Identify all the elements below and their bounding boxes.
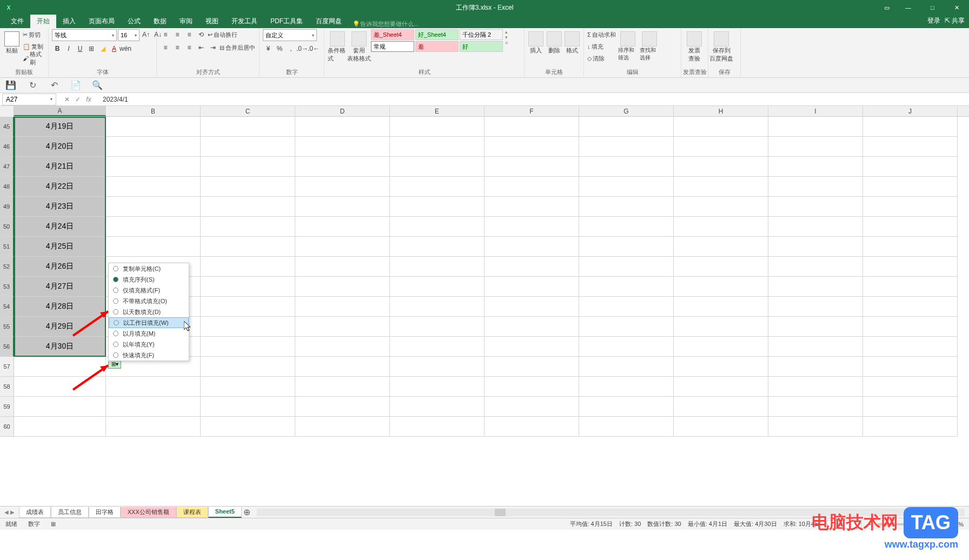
row-header[interactable]: 59 xyxy=(0,397,14,417)
cell[interactable] xyxy=(295,417,390,437)
cell[interactable] xyxy=(106,237,201,257)
menu-item[interactable]: 以年填充(Y) xyxy=(109,339,189,350)
cell[interactable] xyxy=(14,417,106,437)
cell[interactable] xyxy=(295,217,390,237)
border-button[interactable]: ⊞ xyxy=(86,43,97,54)
style-good-sheet4[interactable]: 好_Sheet4 xyxy=(415,29,459,40)
row-header[interactable]: 52 xyxy=(0,257,14,277)
cell[interactable] xyxy=(295,317,390,337)
cell[interactable] xyxy=(484,197,579,217)
tab-page-layout[interactable]: 页面布局 xyxy=(82,15,121,28)
tab-file[interactable]: 文件 xyxy=(4,15,30,28)
cell[interactable] xyxy=(579,297,674,317)
cell[interactable] xyxy=(484,357,579,377)
cell[interactable] xyxy=(768,217,863,237)
cell[interactable] xyxy=(863,317,958,337)
format-cells-button[interactable]: 格式 xyxy=(564,29,580,55)
table-format-button[interactable]: 套用 表格格式 xyxy=(349,29,369,63)
tab-review[interactable]: 审阅 xyxy=(173,15,199,28)
close-button[interactable]: ✕ xyxy=(945,0,969,15)
cell[interactable] xyxy=(14,357,106,377)
row-header[interactable]: 54 xyxy=(0,297,14,317)
column-header-G[interactable]: G xyxy=(579,106,674,116)
cell[interactable] xyxy=(484,397,579,417)
cell[interactable] xyxy=(106,377,201,397)
cell[interactable] xyxy=(295,297,390,317)
cancel-formula-button[interactable]: ✕ xyxy=(64,96,70,103)
font-color-button[interactable]: A xyxy=(109,43,120,54)
cell[interactable] xyxy=(390,277,484,297)
insert-cells-button[interactable]: 插入 xyxy=(528,29,544,55)
tab-home[interactable]: 开始 xyxy=(30,15,56,28)
font-name-combo[interactable]: 等线▾ xyxy=(52,29,117,41)
cell[interactable] xyxy=(579,317,674,337)
cell[interactable] xyxy=(579,217,674,237)
sheet-nav-buttons[interactable]: ◀ ▶ xyxy=(0,509,19,515)
align-top-button[interactable]: ≡ xyxy=(160,29,171,40)
cut-button[interactable]: ✂ 剪切 xyxy=(23,29,45,40)
cell[interactable] xyxy=(390,297,484,317)
cell[interactable] xyxy=(674,377,768,397)
cell[interactable]: 4月21日 xyxy=(14,157,106,177)
cell[interactable] xyxy=(295,237,390,257)
cell[interactable] xyxy=(768,117,863,137)
style-gallery-scroll[interactable]: ▴▾≡ xyxy=(505,29,508,45)
cell[interactable] xyxy=(863,297,958,317)
cell[interactable] xyxy=(674,417,768,437)
currency-button[interactable]: ¥ xyxy=(263,43,274,54)
conditional-format-button[interactable]: 条件格式 xyxy=(328,29,347,63)
menu-item[interactable]: 不带格式填充(O) xyxy=(109,296,189,306)
column-header-H[interactable]: H xyxy=(674,106,768,116)
style-bad[interactable]: 差 xyxy=(415,41,459,52)
cell[interactable] xyxy=(768,237,863,257)
ribbon-display-button[interactable]: ▭ xyxy=(877,0,896,15)
cell[interactable] xyxy=(674,357,768,377)
cell[interactable]: 4月30日 xyxy=(14,337,106,357)
cell[interactable] xyxy=(390,257,484,277)
tab-developer[interactable]: 开发工具 xyxy=(225,15,264,28)
cell[interactable]: 4月28日 xyxy=(14,297,106,317)
cell[interactable] xyxy=(768,257,863,277)
column-header-A[interactable]: A xyxy=(14,106,106,116)
cell[interactable] xyxy=(768,297,863,317)
cell[interactable] xyxy=(768,137,863,157)
row-header[interactable]: 60 xyxy=(0,417,14,437)
cell[interactable]: 4月19日 xyxy=(14,117,106,137)
cell[interactable] xyxy=(14,397,106,417)
row-header[interactable]: 55 xyxy=(0,317,14,337)
number-format-combo[interactable]: 自定义▾ xyxy=(263,29,317,41)
tab-insert[interactable]: 插入 xyxy=(56,15,82,28)
sheet-tab[interactable]: XXX公司销售额 xyxy=(121,507,176,518)
cell[interactable] xyxy=(201,357,295,377)
phonetic-button[interactable]: wén xyxy=(120,43,131,54)
cell[interactable] xyxy=(201,217,295,237)
cell[interactable] xyxy=(579,177,674,197)
cell[interactable] xyxy=(863,357,958,377)
cell[interactable] xyxy=(674,257,768,277)
sheet-tab[interactable]: Sheet5 xyxy=(208,507,242,518)
new-button[interactable]: 📄 xyxy=(70,80,81,91)
column-header-J[interactable]: J xyxy=(863,106,958,116)
cell[interactable]: 4月29日 xyxy=(14,317,106,337)
wrap-text-button[interactable]: ↩ 自动换行 xyxy=(208,29,237,40)
cell[interactable] xyxy=(390,117,484,137)
cell[interactable] xyxy=(484,177,579,197)
cell[interactable] xyxy=(295,377,390,397)
menu-item[interactable]: 仅填充格式(F) xyxy=(109,285,189,296)
percent-button[interactable]: % xyxy=(274,43,285,54)
menu-item[interactable]: 填充序列(S) xyxy=(109,274,189,285)
cell[interactable] xyxy=(390,397,484,417)
tab-view[interactable]: 视图 xyxy=(199,15,225,28)
cell[interactable] xyxy=(674,197,768,217)
cell[interactable] xyxy=(768,337,863,357)
fx-button[interactable]: fx xyxy=(86,96,91,103)
cell[interactable] xyxy=(106,217,201,237)
cell[interactable] xyxy=(484,277,579,297)
cell[interactable] xyxy=(768,277,863,297)
cell[interactable] xyxy=(484,157,579,177)
cell[interactable] xyxy=(201,237,295,257)
cell[interactable] xyxy=(484,317,579,337)
comma-button[interactable]: , xyxy=(286,43,296,54)
cell[interactable] xyxy=(863,417,958,437)
cell[interactable] xyxy=(579,257,674,277)
